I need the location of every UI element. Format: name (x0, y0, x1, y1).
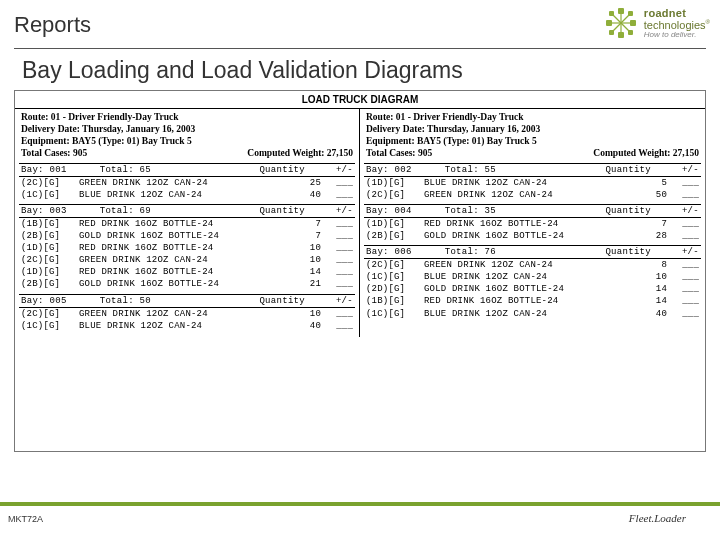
right-column: Route: 01 - Driver Friendly-Day Truck De… (360, 109, 705, 337)
line-item: (1D)[G]RED DRINK 16OZ BOTTLE-2414 (19, 266, 355, 278)
line-item: (1D)[G]BLUE DRINK 12OZ CAN-245 (364, 177, 701, 189)
line-item: (2C)[G]GREEN DRINK 12OZ CAN-2450 (364, 189, 701, 201)
line-item: (1B)[G]RED DRINK 16OZ BOTTLE-247 (19, 218, 355, 230)
bay-header: Bay: 004Total: 35Quantity+/- (364, 205, 701, 218)
line-item: (2B)[G]GOLD DRINK 16OZ BOTTLE-2421 (19, 278, 355, 290)
bay-header: Bay: 006Total: 76Quantity+/- (364, 246, 701, 259)
meta-right: Route: 01 - Driver Friendly-Day Truck De… (364, 111, 701, 163)
bay-header: Bay: 005Total: 50Quantity+/- (19, 295, 355, 308)
bay-header: Bay: 002Total: 55Quantity+/- (364, 164, 701, 177)
page-title: Reports (14, 12, 91, 38)
bay-header: Bay: 003Total: 69Quantity+/- (19, 205, 355, 218)
footer-product-name: Fleet.Loader (629, 512, 686, 524)
brand-block: roadnet technologies® How to deliver. (604, 6, 710, 40)
line-item: (2C)[G]GREEN DRINK 12OZ CAN-2410 (19, 308, 355, 320)
svg-rect-0 (618, 8, 624, 14)
line-item: (1D)[G]RED DRINK 16OZ BOTTLE-247 (364, 218, 701, 230)
meta-left: Route: 01 - Driver Friendly-Day Truck De… (19, 111, 355, 163)
svg-rect-2 (606, 20, 612, 26)
left-column: Route: 01 - Driver Friendly-Day Truck De… (15, 109, 360, 337)
svg-rect-3 (630, 20, 636, 26)
bay-header: Bay: 001Total: 65Quantity+/- (19, 164, 355, 177)
load-truck-diagram: LOAD TRUCK DIAGRAM Route: 01 - Driver Fr… (14, 90, 706, 452)
line-item: (2D)[G]GOLD DRINK 16OZ BOTTLE-2414 (364, 283, 701, 295)
line-item: (2B)[G]GOLD DRINK 16OZ BOTTLE-2428 (364, 230, 701, 242)
line-item: (1B)[G]RED DRINK 16OZ BOTTLE-2414 (364, 295, 701, 307)
roadnet-logo-icon (604, 6, 638, 40)
line-item: (2C)[G]GREEN DRINK 12OZ CAN-2425 (19, 177, 355, 189)
bay-section: Bay: 001Total: 65Quantity+/-(2C)[G]GREEN… (19, 163, 355, 204)
footer-left-code: MKT72A (8, 514, 43, 524)
line-item: (1D)[G]RED DRINK 16OZ BOTTLE-2410 (19, 242, 355, 254)
line-item: (1C)[G]BLUE DRINK 12OZ CAN-2440 (19, 320, 355, 332)
svg-rect-1 (618, 32, 624, 38)
line-item: (1C)[G]BLUE DRINK 12OZ CAN-2440 (364, 308, 701, 320)
diagram-title: LOAD TRUCK DIAGRAM (15, 91, 705, 109)
bay-section: Bay: 006Total: 76Quantity+/-(2C)[G]GREEN… (364, 245, 701, 323)
line-item: (1C)[G]BLUE DRINK 12OZ CAN-2410 (364, 271, 701, 283)
line-item: (2C)[G]GREEN DRINK 12OZ CAN-248 (364, 259, 701, 271)
footer: MKT72A Fleet.Loader (0, 502, 720, 540)
line-item: (1C)[G]BLUE DRINK 12OZ CAN-2440 (19, 189, 355, 201)
bay-section: Bay: 003Total: 69Quantity+/-(1B)[G]RED D… (19, 204, 355, 294)
subtitle: Bay Loading and Load Validation Diagrams (0, 49, 720, 90)
bay-section: Bay: 002Total: 55Quantity+/-(1D)[G]BLUE … (364, 163, 701, 204)
bay-section: Bay: 004Total: 35Quantity+/-(1D)[G]RED D… (364, 204, 701, 245)
bay-section: Bay: 005Total: 50Quantity+/-(2C)[G]GREEN… (19, 294, 355, 335)
line-item: (2B)[G]GOLD DRINK 16OZ BOTTLE-247 (19, 230, 355, 242)
brand-text: roadnet technologies® How to deliver. (644, 7, 710, 40)
line-item: (2C)[G]GREEN DRINK 12OZ CAN-2410 (19, 254, 355, 266)
